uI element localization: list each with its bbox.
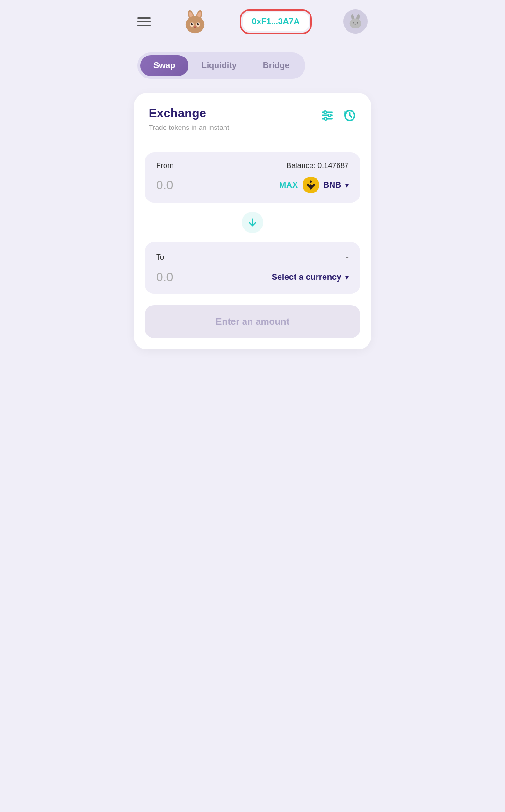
card-actions (321, 109, 356, 125)
to-label: To (156, 253, 164, 262)
logo-container (182, 8, 208, 35)
svg-point-14 (350, 19, 361, 29)
token-selector-bnb[interactable]: BNB ▾ (303, 177, 349, 193)
tab-bridge[interactable]: Bridge (250, 55, 303, 76)
currency-selector-button[interactable]: Select a currency ▾ (272, 272, 349, 282)
to-token-box: To - 0.0 Select a currency ▾ (145, 242, 360, 294)
card-header: Exchange Trade tokens in an instant (134, 93, 371, 141)
nav-tabs: Swap Liquidity Bridge (137, 52, 305, 79)
svg-point-23 (325, 117, 327, 120)
header: 0xF1...3A7A (126, 0, 379, 43)
to-amount: 0.0 (156, 270, 173, 285)
avatar-bunny-icon (347, 13, 364, 30)
from-amount: 0.0 (156, 178, 173, 192)
svg-point-15 (353, 22, 354, 24)
to-dash: - (346, 251, 349, 264)
tab-liquidity[interactable]: Liquidity (188, 55, 250, 76)
svg-point-10 (198, 23, 199, 24)
balance-text: Balance: 0.147687 (287, 162, 349, 170)
card-title-section: Exchange Trade tokens in an instant (149, 106, 229, 131)
tab-swap[interactable]: Swap (140, 55, 188, 76)
svg-point-21 (324, 111, 326, 114)
swap-direction-container (145, 210, 360, 235)
exchange-card: Exchange Trade tokens in an instant (134, 93, 371, 349)
bnb-icon (303, 177, 319, 193)
currency-selector-text: Select a currency (272, 272, 341, 282)
token-chevron-icon: ▾ (345, 181, 349, 190)
hamburger-menu[interactable] (137, 17, 151, 26)
to-box-header: To - (156, 251, 349, 264)
swap-section: From Balance: 0.147687 0.0 MAX (134, 141, 371, 349)
svg-point-17 (355, 24, 356, 25)
settings-icon[interactable] (321, 109, 334, 125)
swap-direction-button[interactable] (240, 210, 265, 235)
token-name: BNB (323, 180, 341, 190)
card-subtitle: Trade tokens in an instant (149, 123, 229, 131)
max-button[interactable]: MAX (279, 180, 298, 190)
avatar-icon[interactable] (343, 9, 368, 34)
currency-chevron-icon: ▾ (345, 273, 349, 282)
from-input-row: 0.0 MAX (156, 177, 349, 193)
card-title: Exchange (149, 106, 229, 121)
to-input-row: 0.0 Select a currency ▾ (156, 270, 349, 285)
from-label: From (156, 162, 173, 170)
from-token-right: MAX BNB (279, 177, 349, 193)
history-icon[interactable] (343, 109, 356, 125)
logo-bunny-icon (182, 8, 208, 35)
svg-point-11 (194, 26, 196, 27)
svg-point-22 (328, 114, 331, 117)
svg-point-4 (186, 16, 204, 33)
wallet-address-button[interactable]: 0xF1...3A7A (243, 12, 309, 31)
from-token-box: From Balance: 0.147687 0.0 MAX (145, 152, 360, 203)
svg-point-16 (357, 22, 358, 24)
svg-point-9 (192, 23, 193, 24)
from-box-header: From Balance: 0.147687 (156, 162, 349, 170)
enter-amount-button[interactable]: Enter an amount (145, 305, 360, 338)
wallet-address-wrapper: 0xF1...3A7A (240, 9, 312, 34)
arrow-down-icon (247, 217, 258, 228)
